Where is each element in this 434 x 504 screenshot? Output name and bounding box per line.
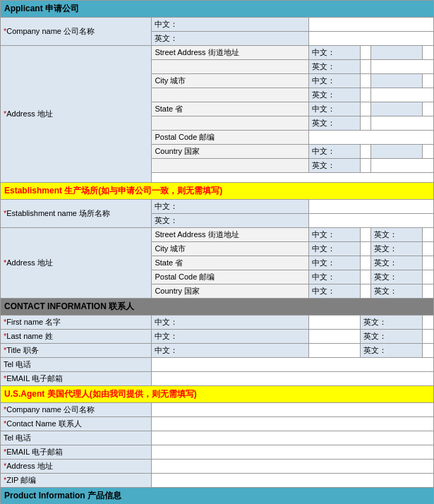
state-en-value2[interactable] xyxy=(360,116,371,131)
est-postal-en-label: 英文： xyxy=(371,270,423,284)
country-en-label2: 英文： xyxy=(308,159,360,173)
agent-address-value[interactable] xyxy=(152,460,434,474)
title-label: *Title 职务 xyxy=(1,344,152,358)
street-en-label2 xyxy=(371,46,423,60)
street-zh-label2: 英文： xyxy=(308,60,360,74)
est-name-zh-value[interactable] xyxy=(308,200,433,214)
state-zh-label: 中文： xyxy=(308,102,360,116)
agent-header: U.S.Agent 美国代理人(如由我司提供，则无需填写) xyxy=(1,386,434,403)
city-en-value[interactable] xyxy=(423,74,434,88)
agent-address-label: *Address 地址 xyxy=(1,460,152,474)
city-zh-label: 中文： xyxy=(308,74,360,88)
country-zh-label: 中文： xyxy=(308,145,360,159)
tel-label: Tel 电话 xyxy=(1,358,152,372)
city-zh-value[interactable] xyxy=(360,74,371,88)
country-en-label xyxy=(371,145,423,159)
company-en-value[interactable] xyxy=(308,32,433,46)
est-postal-zh-label: 中文： xyxy=(308,270,360,284)
est-city-en-value[interactable] xyxy=(423,242,434,256)
est-street-en-value[interactable] xyxy=(423,228,434,242)
tel-value[interactable] xyxy=(152,358,434,372)
est-country-en-value[interactable] xyxy=(423,284,434,299)
street-spacer xyxy=(152,60,309,74)
est-name-zh-label: 中文： xyxy=(152,200,309,214)
agent-zip-value[interactable] xyxy=(152,474,434,488)
agent-zip-label: *ZIP 邮编 xyxy=(1,474,152,488)
title-en-value[interactable] xyxy=(423,344,434,358)
firstname-zh-label: 中文： xyxy=(152,316,309,330)
city-en-label xyxy=(371,74,423,88)
postal-value[interactable] xyxy=(308,131,433,145)
state-zh-value[interactable] xyxy=(360,102,371,116)
country-zh-value[interactable] xyxy=(360,145,371,159)
city-label: City 城市 xyxy=(152,74,309,88)
est-postal-en-value[interactable] xyxy=(423,270,434,284)
title-zh-value[interactable] xyxy=(308,344,360,358)
est-name-en-value[interactable] xyxy=(308,214,433,228)
agent-company-label: *Company name 公司名称 xyxy=(1,403,152,417)
est-postal-label: Postal Code 邮编 xyxy=(152,270,309,284)
lastname-en-value[interactable] xyxy=(423,330,434,344)
agent-email-label: *EMAIL 电子邮箱 xyxy=(1,445,152,460)
est-country-en-label: 英文： xyxy=(371,284,423,299)
company-en-label: 英文： xyxy=(152,32,309,46)
street-en-value[interactable] xyxy=(423,46,434,60)
city-en-value2[interactable] xyxy=(360,88,371,102)
agent-email-value[interactable] xyxy=(152,445,434,460)
firstname-en-value[interactable] xyxy=(423,316,434,330)
est-state-en-label: 英文： xyxy=(371,256,423,270)
est-state-en-value[interactable] xyxy=(423,256,434,270)
est-name-en-label: 英文： xyxy=(152,214,309,228)
state-extra[interactable] xyxy=(371,116,434,131)
firstname-zh-value[interactable] xyxy=(308,316,360,330)
est-country-zh-value[interactable] xyxy=(360,284,371,299)
agent-contact-value[interactable] xyxy=(152,417,434,431)
est-street-label: Street Address 街道地址 xyxy=(152,228,309,242)
company-zh-value[interactable] xyxy=(308,18,433,32)
firstname-en-label: 英文： xyxy=(360,316,423,330)
state-en-label2: 英文： xyxy=(308,116,360,131)
lastname-label: *Last name 姓 xyxy=(1,330,152,344)
est-address-label: *Address 地址 xyxy=(1,228,152,299)
est-city-zh-value[interactable] xyxy=(360,242,371,256)
est-city-zh-label: 中文： xyxy=(308,242,360,256)
title-zh-label: 中文： xyxy=(152,344,309,358)
street-label: Street Address 街道地址 xyxy=(152,46,309,60)
state-en-value[interactable] xyxy=(423,102,434,116)
country-en-value2[interactable] xyxy=(360,159,371,173)
est-country-zh-label: 中文： xyxy=(308,284,360,299)
est-street-zh-value[interactable] xyxy=(360,228,371,242)
street-zh-value[interactable] xyxy=(360,46,371,60)
street-en-value2[interactable] xyxy=(371,60,434,74)
email-value[interactable] xyxy=(152,372,434,386)
est-postal-zh-value[interactable] xyxy=(360,270,371,284)
agent-company-value[interactable] xyxy=(152,403,434,417)
address-extra-row[interactable] xyxy=(152,173,434,183)
est-street-zh-label: 中文： xyxy=(308,228,360,242)
agent-tel-value[interactable] xyxy=(152,431,434,445)
agent-contact-label: *Contact Name 联系人 xyxy=(1,417,152,431)
est-state-zh-value[interactable] xyxy=(360,256,371,270)
city-spacer2 xyxy=(152,88,309,102)
product-header: Product Information 产品信息 xyxy=(1,488,434,505)
company-name-label: *Company name 公司名称 xyxy=(1,18,152,46)
postal-label: Postal Code 邮编 xyxy=(152,131,309,145)
city-en-label2: 英文： xyxy=(308,88,360,102)
country-spacer xyxy=(152,159,309,173)
country-en-value[interactable] xyxy=(423,145,434,159)
city-extra[interactable] xyxy=(371,88,434,102)
country-extra[interactable] xyxy=(371,159,434,173)
est-state-label: State 省 xyxy=(152,256,309,270)
applicant-header: Applicant 申请公司 xyxy=(1,1,434,18)
est-street-en-label: 英文： xyxy=(371,228,423,242)
street-zh-value2[interactable] xyxy=(360,60,371,74)
lastname-zh-value[interactable] xyxy=(308,330,360,344)
est-name-label: *Establishment name 场所名称 xyxy=(1,200,152,228)
email-label: *EMAIL 电子邮箱 xyxy=(1,372,152,386)
est-state-zh-label: 中文： xyxy=(308,256,360,270)
state-label: State 省 xyxy=(152,102,309,116)
establishment-header: Establishment 生产场所(如与申请公司一致，则无需填写) xyxy=(1,183,434,200)
agent-tel-label: Tel 电话 xyxy=(1,431,152,445)
title-en-label: 英文： xyxy=(360,344,423,358)
state-en-label xyxy=(371,102,423,116)
